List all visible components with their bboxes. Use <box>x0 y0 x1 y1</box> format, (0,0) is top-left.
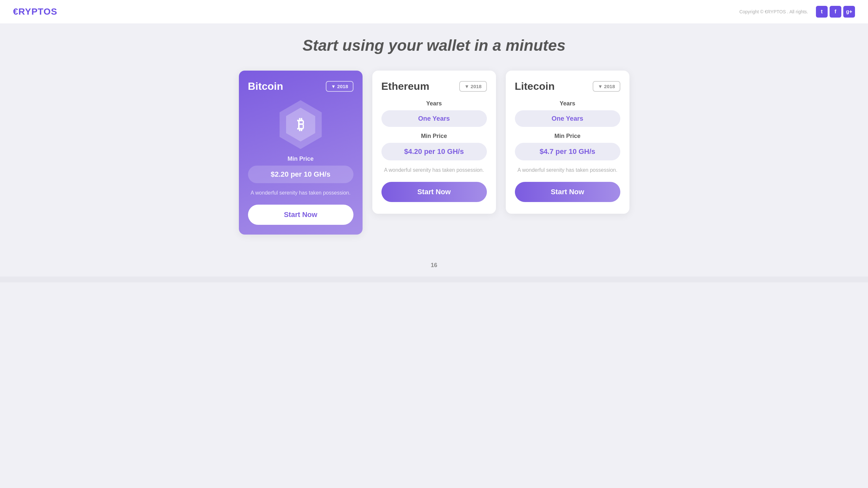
ethereum-title: Ethereum <box>381 80 430 92</box>
twitter-icon[interactable]: t <box>816 6 828 18</box>
bitcoin-hex-inner: ₿ <box>286 108 315 141</box>
header: €RYPTOS Copyright © €RYPTOS . All rights… <box>0 0 868 24</box>
litecoin-description: A wonderful serenity has taken possessio… <box>515 166 620 174</box>
bitcoin-description: A wonderful serenity has taken possessio… <box>248 189 353 197</box>
ethereum-card-header: Ethereum ▼ 2018 <box>381 80 487 92</box>
litecoin-price-label: Min Price <box>515 133 620 139</box>
bitcoin-symbol: ₿ <box>297 117 304 133</box>
ethereum-description: A wonderful serenity has taken possessio… <box>381 166 487 174</box>
ethereum-year-badge[interactable]: ▼ 2018 <box>459 81 487 92</box>
litecoin-title: Litecoin <box>515 80 555 92</box>
litecoin-year-badge[interactable]: ▼ 2018 <box>593 81 620 92</box>
bitcoin-card-header: Bitcoin ▼ 2018 <box>248 80 353 92</box>
bitcoin-icon-wrap: ₿ <box>248 100 353 149</box>
ethereum-start-button[interactable]: Start Now <box>381 182 487 202</box>
bitcoin-start-button[interactable]: Start Now <box>248 205 353 225</box>
bitcoin-year-badge[interactable]: ▼ 2018 <box>326 81 353 92</box>
litecoin-card: Litecoin ▼ 2018 Years One Years Min Pric… <box>506 71 629 214</box>
litecoin-price: $4.7 per 10 GH/s <box>539 148 595 156</box>
page-footer: 16 <box>0 254 868 276</box>
google-icon[interactable]: g+ <box>843 6 855 18</box>
litecoin-card-header: Litecoin ▼ 2018 <box>515 80 620 92</box>
litecoin-start-button[interactable]: Start Now <box>515 182 620 202</box>
bitcoin-hex-outer: ₿ <box>280 100 322 149</box>
ethereum-card: Ethereum ▼ 2018 Years One Years Min Pric… <box>372 71 496 214</box>
bitcoin-price-label: Min Price <box>248 156 353 162</box>
pricing-cards: Bitcoin ▼ 2018 ₿ Min Price $2.20 per 10 … <box>226 71 643 234</box>
bitcoin-card: Bitcoin ▼ 2018 ₿ Min Price $2.20 per 10 … <box>239 71 363 234</box>
ethereum-price-label: Min Price <box>381 133 487 139</box>
page-title: Start using your wallet in a minutes <box>226 36 643 54</box>
litecoin-price-pill: $4.7 per 10 GH/s <box>515 143 620 160</box>
ethereum-price-pill: $4.20 per 10 GH/s <box>381 143 487 160</box>
bitcoin-title: Bitcoin <box>248 80 283 92</box>
bitcoin-price-pill: $2.20 per 10 GH/s <box>248 166 353 183</box>
ethereum-option-pill: One Years <box>381 110 487 127</box>
ethereum-years-label: Years <box>381 100 487 107</box>
social-icons: t f g+ <box>816 6 855 18</box>
litecoin-option: One Years <box>552 115 583 122</box>
ethereum-price: $4.20 per 10 GH/s <box>404 148 464 156</box>
facebook-icon[interactable]: f <box>830 6 841 18</box>
bitcoin-price: $2.20 per 10 GH/s <box>271 170 330 178</box>
litecoin-option-pill: One Years <box>515 110 620 127</box>
header-right: Copyright © €RYPTOS . All rights. t f g+ <box>739 6 855 18</box>
main-content: Start using your wallet in a minutes Bit… <box>206 24 662 254</box>
copyright-text: Copyright © €RYPTOS . All rights. <box>739 9 808 14</box>
ethereum-option: One Years <box>418 115 450 122</box>
page-number: 16 <box>431 262 437 268</box>
logo: €RYPTOS <box>13 6 57 17</box>
page-bottom-bar <box>0 276 868 282</box>
litecoin-years-label: Years <box>515 100 620 107</box>
